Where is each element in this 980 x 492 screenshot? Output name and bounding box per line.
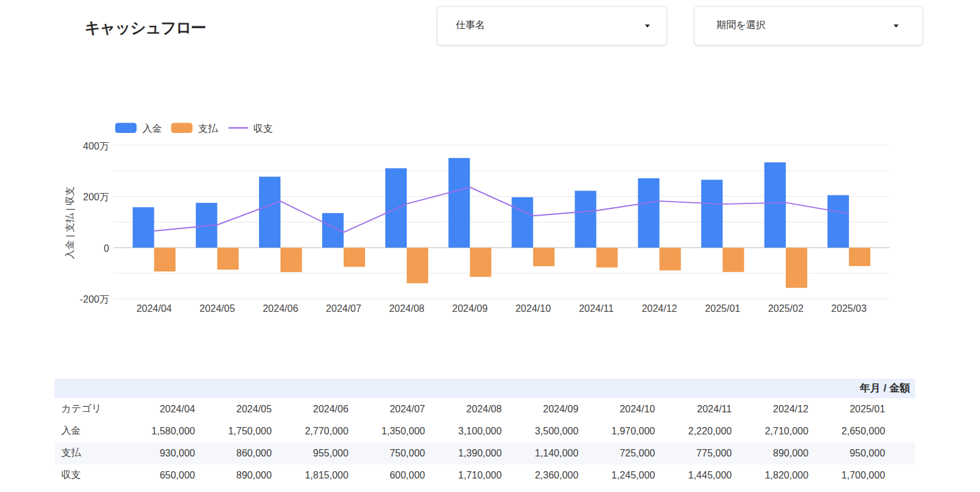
svg-text:-200万: -200万 bbox=[80, 294, 109, 305]
svg-text:2024/12: 2024/12 bbox=[642, 303, 677, 314]
svg-text:収支: 収支 bbox=[254, 123, 273, 134]
svg-text:支払: 支払 bbox=[198, 123, 219, 134]
svg-text:2025/02: 2025/02 bbox=[768, 303, 804, 314]
svg-text:2024/11: 2024/11 bbox=[579, 303, 614, 314]
svg-text:200万: 200万 bbox=[83, 192, 109, 202]
svg-text:400万: 400万 bbox=[83, 141, 109, 151]
svg-text:入金 | 支払 | 収支: 入金 | 支払 | 収支 bbox=[64, 186, 75, 259]
svg-text:入金: 入金 bbox=[143, 123, 162, 134]
svg-text:2024/04: 2024/04 bbox=[137, 303, 172, 314]
svg-text:2024/07: 2024/07 bbox=[326, 303, 361, 314]
svg-text:0: 0 bbox=[104, 243, 109, 254]
svg-text:2024/05: 2024/05 bbox=[200, 303, 235, 314]
svg-text:2024/10: 2024/10 bbox=[515, 303, 551, 314]
svg-text:2024/08: 2024/08 bbox=[389, 303, 424, 314]
svg-text:2025/03: 2025/03 bbox=[831, 303, 867, 314]
svg-text:2024/09: 2024/09 bbox=[452, 303, 488, 314]
svg-text:2025/01: 2025/01 bbox=[705, 303, 741, 314]
svg-text:2024/06: 2024/06 bbox=[263, 303, 298, 314]
